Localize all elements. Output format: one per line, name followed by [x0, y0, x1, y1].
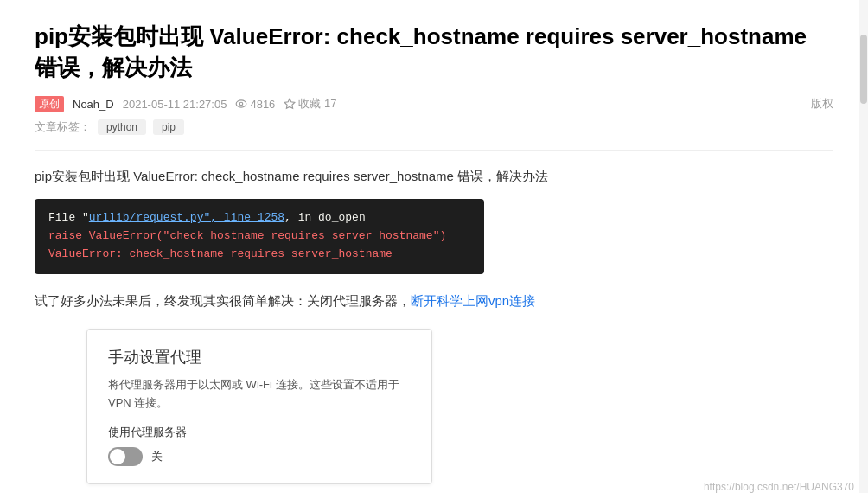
proxy-dialog-desc: 将代理服务器用于以太网或 Wi-Fi 连接。这些设置不适用于 VPN 连接。	[108, 376, 411, 413]
svg-point-0	[237, 100, 247, 107]
solution-prefix: 试了好多办法未果后，终发现其实很简单解决：关闭代理服务器，	[35, 293, 411, 308]
meta-row: 原创 Noah_D 2021-05-11 21:27:05 4816 收藏 17…	[35, 96, 833, 112]
code-line-2: raise ValueError("check_hostname require…	[48, 227, 470, 246]
view-count: 4816	[235, 98, 275, 111]
code-prefix: File "	[48, 211, 89, 224]
favorites-count[interactable]: 收藏 17	[284, 96, 336, 112]
publish-datetime: 2021-05-11 21:27:05	[123, 98, 227, 111]
favorites-text: 收藏 17	[298, 96, 336, 112]
toggle-row: 关	[108, 447, 411, 466]
svg-marker-2	[285, 99, 296, 108]
toggle-state-label: 关	[151, 449, 163, 464]
proxy-dialog: 手动设置代理 将代理服务器用于以太网或 Wi-Fi 连接。这些设置不适用于 VP…	[86, 329, 432, 484]
code-suffix: , in do_open	[284, 211, 366, 224]
views-number: 4816	[250, 98, 275, 111]
article-summary: pip安装包时出现 ValueError: check_hostname req…	[35, 165, 833, 188]
section-divider	[35, 150, 833, 151]
eye-icon	[235, 98, 247, 110]
star-icon	[284, 98, 296, 110]
code-block: File "urllib/request.py", line 1258, in …	[35, 199, 484, 273]
proxy-dialog-title: 手动设置代理	[108, 347, 411, 368]
proxy-toggle[interactable]	[108, 447, 143, 466]
copyright-text: 版权	[811, 96, 833, 112]
scrollbar[interactable]	[859, 0, 868, 493]
tag-pip[interactable]: pip	[153, 119, 184, 135]
code-file-link[interactable]: urllib/request.py", line 1258	[89, 211, 284, 224]
author-name[interactable]: Noah_D	[73, 98, 114, 111]
tags-label: 文章标签：	[35, 119, 91, 135]
solution-text: 试了好多办法未果后，终发现其实很简单解决：关闭代理服务器，断开科学上网vpn连接	[35, 290, 833, 312]
watermark: https://blog.csdn.net/HUANG370	[704, 481, 854, 493]
proxy-use-label: 使用代理服务器	[108, 425, 411, 440]
scrollbar-thumb[interactable]	[860, 35, 867, 104]
tag-python[interactable]: python	[98, 119, 146, 135]
code-line-3: ValueError: check_hostname requires serv…	[48, 246, 470, 264]
vpn-link[interactable]: 断开科学上网vpn连接	[411, 293, 535, 308]
svg-point-1	[240, 103, 244, 106]
original-badge: 原创	[35, 96, 64, 112]
tags-row: 文章标签： python pip	[35, 119, 833, 135]
code-line-1: File "urllib/request.py", line 1258, in …	[48, 209, 470, 227]
article-title: pip安装包时出现 ValueError: check_hostname req…	[35, 21, 833, 84]
